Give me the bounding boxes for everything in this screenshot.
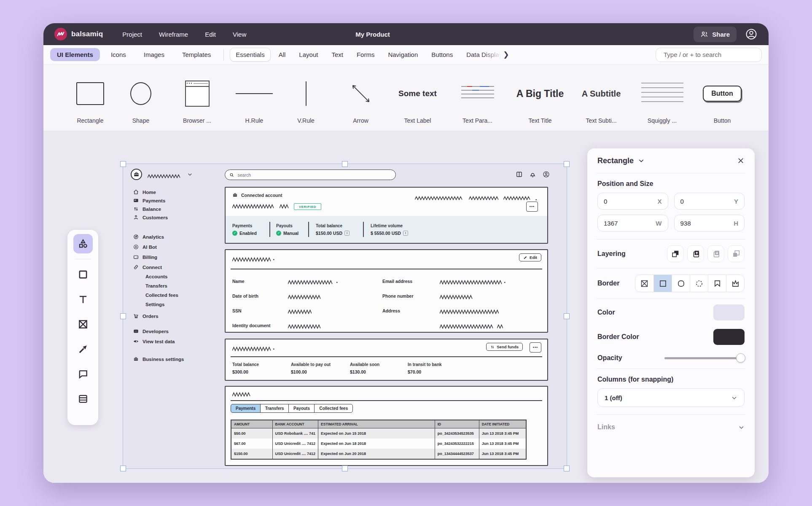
table-row[interactable]: $67.00USD Unicredit .... 7412Expected on… [231,439,526,449]
palette-item-button[interactable]: Button Button [693,65,752,131]
opacity-slider-knob[interactable] [736,353,745,363]
border-bookmark-option[interactable] [708,275,726,292]
fill-color-swatch[interactable] [713,304,745,320]
tab-icons[interactable]: Icons [104,48,133,61]
palette-item-text-title[interactable]: A Big Title Text Title [509,65,571,131]
nav-settings[interactable]: Settings [145,302,164,307]
nav-connect[interactable]: Connect [133,264,162,270]
tab-ui-elements[interactable]: UI Elements [50,48,100,61]
palette-item-text-paragraph[interactable]: Text Para... [446,65,509,131]
menu-project[interactable]: Project [122,31,142,38]
profile-icon[interactable] [543,171,550,178]
border-shape-option[interactable] [726,275,744,292]
arrow-tool-button[interactable] [73,339,93,359]
x-input[interactable]: 0X [597,193,668,210]
tab-payouts[interactable]: Payouts [288,404,315,413]
palette-item-button-bar[interactable]: One Bu [752,65,769,131]
width-input[interactable]: 1367W [597,215,668,231]
palette-item-arrow[interactable]: Arrow [332,65,390,131]
nav-payments[interactable]: Payments [133,198,165,203]
height-input[interactable]: 938H [674,215,745,231]
nav-accounts[interactable]: Accounts [145,274,167,279]
palette-item-browser[interactable]: Browser ... [166,65,229,131]
share-button[interactable]: Share [694,27,737,42]
rectangle-tool-button[interactable] [73,265,93,284]
tab-transfers[interactable]: Transfers [260,404,289,413]
category-layout[interactable]: Layout [293,48,323,61]
bring-to-front-button[interactable] [667,245,684,262]
category-essentials[interactable]: Essentials [230,48,270,62]
category-buttons[interactable]: Buttons [426,48,458,61]
nav-transfers[interactable]: Transfers [145,283,167,288]
opacity-slider[interactable] [664,353,745,363]
account-more-button[interactable] [526,202,538,212]
selection-handle[interactable] [342,466,348,471]
info-icon[interactable] [344,231,350,236]
palette-item-squiggly[interactable]: Squiggly ... [632,65,693,131]
category-all[interactable]: All [273,48,291,61]
nav-orders[interactable]: Orders [133,313,159,319]
inspector-close-icon[interactable] [737,157,745,164]
table-row[interactable]: $50.00USD Robobank .... 741Expected on J… [231,428,526,439]
palette-item-shape[interactable]: Shape [116,65,166,131]
category-data-display[interactable]: Data Display [461,48,502,61]
data-grid-tool-button[interactable] [73,389,93,409]
text-tool-button[interactable] [73,290,93,309]
selection-handle[interactable] [564,466,570,471]
nav-ai-bot[interactable]: AI Bot [133,244,157,250]
border-dashed-option[interactable] [690,275,708,292]
notifications-bell-icon[interactable] [529,171,536,178]
links-section[interactable]: Links [597,415,745,439]
nav-business-settings[interactable]: Business settings [133,356,184,362]
docs-icon[interactable] [516,171,523,178]
mockup-search-input[interactable] [237,172,391,178]
edit-button[interactable]: Edit [519,253,541,261]
image-tool-button[interactable] [73,315,93,334]
palette-item-vrule[interactable]: V.Rule [280,65,332,131]
palette-item-text-subtitle[interactable]: A Subtitle Text Subti... [571,65,632,131]
palette-item-rectangle[interactable]: Rectangle [65,65,116,131]
nav-analytics[interactable]: Analytics [133,234,164,240]
menu-wireframe[interactable]: Wireframe [159,31,188,38]
library-search-input[interactable] [663,51,755,59]
palette-item-hrule[interactable]: H.Rule [229,65,280,131]
nav-home[interactable]: Home [133,189,156,195]
border-none-option[interactable] [635,275,653,292]
selection-handle[interactable] [564,161,570,167]
nav-view-test-data[interactable]: View test data [133,339,175,344]
palette-item-text-label[interactable]: Some text Text Label [390,65,446,131]
nav-balance[interactable]: Balance [133,206,161,212]
canvas[interactable]: Home Payments Balance Customers Analytic… [43,131,769,483]
shapes-tool-button[interactable] [73,234,93,253]
border-color-swatch[interactable] [713,329,745,345]
selection-handle[interactable] [342,161,348,167]
send-to-back-button[interactable] [728,245,745,262]
tab-templates[interactable]: Templates [175,48,218,61]
categories-overflow-chevron-icon[interactable]: ❯ [503,50,509,59]
info-icon[interactable] [403,231,408,236]
selection-handle[interactable] [120,313,126,319]
columns-select[interactable]: 1 (off) [597,388,745,407]
tab-images[interactable]: Images [137,48,171,61]
menu-view[interactable]: View [233,31,246,38]
tab-collected-fees[interactable]: Collected fees [314,404,353,413]
category-forms[interactable]: Forms [351,48,380,61]
account-avatar-icon[interactable] [745,28,758,40]
nav-collected-fees[interactable]: Collected fees [145,293,178,298]
selection-handle[interactable] [120,466,126,471]
selection-handle[interactable] [564,313,570,319]
selection-handle[interactable] [120,161,126,167]
nav-customers[interactable]: Customers [133,215,168,220]
category-navigation[interactable]: Navigation [382,48,423,61]
table-row[interactable]: $150.00USD Unicredit .... 7412Expected o… [231,449,526,459]
border-rounded-option[interactable] [672,275,690,292]
nav-billing[interactable]: Billing [133,254,157,260]
inspector-title-chevron-icon[interactable] [638,157,645,164]
y-input[interactable]: 0Y [674,193,745,210]
balance-more-button[interactable] [530,342,541,353]
nav-developers[interactable]: Developers [133,328,169,334]
wireframe-mockup[interactable]: Home Payments Balance Customers Analytic… [123,164,567,468]
comment-tool-button[interactable] [73,364,93,384]
tab-payments[interactable]: Payments [231,404,261,413]
category-text[interactable]: Text [326,48,349,61]
